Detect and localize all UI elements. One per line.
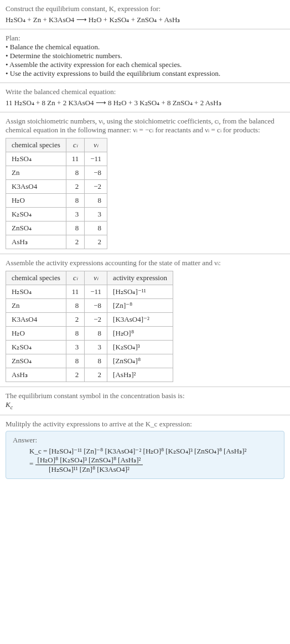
answer-label: Answer: (13, 436, 277, 445)
col-nu: νᵢ (85, 271, 107, 285)
table-header-row: chemical species cᵢ νᵢ activity expressi… (6, 271, 173, 285)
cell-c: 3 (66, 208, 85, 221)
answer-content: K_c = [H₂SO₄]⁻¹¹ [Zn]⁻⁸ [K3AsO4]⁻² [H₂O]… (13, 447, 277, 474)
cell-expr: [ZnSO₄]⁸ (107, 354, 173, 368)
answer-line1: K_c = [H₂SO₄]⁻¹¹ [Zn]⁻⁸ [K3AsO4]⁻² [H₂O]… (29, 447, 246, 455)
table-row: K₂SO₄33 (6, 208, 107, 221)
table-row: AsH₃22[AsH₃]² (6, 368, 173, 382)
cell-species: K₂SO₄ (6, 341, 66, 354)
table-row: H₂O88[H₂O]⁸ (6, 327, 173, 341)
cell-c: 11 (66, 285, 85, 299)
cell-expr: [H₂SO₄]⁻¹¹ (107, 285, 173, 299)
cell-c: 8 (66, 354, 85, 368)
cell-c: 2 (66, 313, 85, 327)
cell-c: 8 (66, 299, 85, 313)
answer-equals: = (29, 460, 35, 468)
cell-species: H₂O (6, 194, 66, 208)
cell-c: 11 (66, 152, 85, 166)
balanced-equation: 11 H₂SO₄ + 8 Zn + 2 K3AsO4 ⟶ 8 H₂O + 3 K… (6, 99, 284, 107)
plan-item: • Determine the stoichiometric numbers. (6, 51, 284, 60)
table-row: Zn8−8 (6, 166, 107, 180)
table-row: Zn8−8[Zn]⁻⁸ (6, 299, 173, 313)
cell-species: ZnSO₄ (6, 354, 66, 368)
cell-species: H₂O (6, 327, 66, 341)
cell-species: AsH₃ (6, 235, 66, 249)
construct-prompt: Construct the equilibrium constant, K, e… (6, 4, 284, 13)
cell-nu: −11 (85, 152, 107, 166)
cell-expr: [Zn]⁻⁸ (107, 299, 173, 313)
symbol-title: The equilibrium constant symbol in the c… (6, 391, 284, 400)
table-row: H₂SO₄11−11 (6, 152, 107, 166)
cell-c: 8 (66, 166, 85, 180)
cell-nu: −2 (85, 313, 107, 327)
stoich-title: Assign stoichiometric numbers, νᵢ, using… (6, 117, 284, 135)
multiply-title: Mulitply the activity expressions to arr… (6, 420, 284, 429)
balanced-title: Write the balanced chemical equation: (6, 87, 284, 96)
cell-nu: 8 (85, 354, 107, 368)
cell-c: 8 (66, 327, 85, 341)
cell-c: 2 (66, 368, 85, 382)
cell-nu: 8 (85, 194, 107, 208)
symbol-value: Kc (6, 400, 284, 410)
cell-nu: 8 (85, 327, 107, 341)
plan-item: • Balance the chemical equation. (6, 43, 284, 51)
cell-nu: −8 (85, 299, 107, 313)
cell-nu: 3 (85, 208, 107, 221)
table-row: H₂SO₄11−11[H₂SO₄]⁻¹¹ (6, 285, 173, 299)
cell-nu: −8 (85, 166, 107, 180)
cell-expr: [K3AsO4]⁻² (107, 313, 173, 327)
col-expr: activity expression (107, 271, 173, 285)
cell-species: K3AsO4 (6, 180, 66, 194)
cell-nu: 2 (85, 368, 107, 382)
cell-species: AsH₃ (6, 368, 66, 382)
cell-expr: [K₂SO₄]³ (107, 341, 173, 354)
col-species: chemical species (6, 271, 66, 285)
cell-c: 3 (66, 341, 85, 354)
cell-species: Zn (6, 166, 66, 180)
table-header-row: chemical species cᵢ νᵢ (6, 138, 107, 152)
cell-species: ZnSO₄ (6, 221, 66, 235)
fraction-denominator: [H₂SO₄]¹¹ [Zn]⁸ [K3AsO4]² (35, 465, 143, 474)
stoich-section: Assign stoichiometric numbers, νᵢ, using… (0, 112, 290, 254)
plan-item: • Use the activity expressions to build … (6, 69, 284, 78)
symbol-section: The equilibrium constant symbol in the c… (0, 387, 290, 415)
cell-species: H₂SO₄ (6, 152, 66, 166)
cell-c: 8 (66, 194, 85, 208)
plan-section: Plan: • Balance the chemical equation. •… (0, 29, 290, 83)
answer-fraction: [H₂O]⁸ [K₂SO₄]³ [ZnSO₄]⁸ [AsH₃]² [H₂SO₄]… (35, 456, 143, 474)
cell-c: 2 (66, 180, 85, 194)
table-row: K3AsO42−2 (6, 180, 107, 194)
cell-nu: 8 (85, 221, 107, 235)
multiply-section: Mulitply the activity expressions to arr… (0, 415, 290, 483)
col-nu: νᵢ (85, 138, 107, 152)
cell-nu: 3 (85, 341, 107, 354)
table-row: AsH₃22 (6, 235, 107, 249)
cell-c: 2 (66, 235, 85, 249)
unbalanced-equation: H₂SO₄ + Zn + K3AsO4 ⟶ H₂O + K₂SO₄ + ZnSO… (6, 16, 284, 24)
cell-species: K₂SO₄ (6, 208, 66, 221)
cell-expr: [AsH₃]² (107, 368, 173, 382)
plan-item: • Assemble the activity expression for e… (6, 60, 284, 69)
table-row: ZnSO₄88[ZnSO₄]⁸ (6, 354, 173, 368)
plan-title: Plan: (6, 34, 284, 43)
cell-species: K3AsO4 (6, 313, 66, 327)
col-species: chemical species (6, 138, 66, 152)
fraction-numerator: [H₂O]⁸ [K₂SO₄]³ [ZnSO₄]⁸ [AsH₃]² (35, 456, 143, 465)
table-row: H₂O88 (6, 194, 107, 208)
table-row: K3AsO42−2[K3AsO4]⁻² (6, 313, 173, 327)
cell-species: Zn (6, 299, 66, 313)
cell-nu: −11 (85, 285, 107, 299)
cell-expr: [H₂O]⁸ (107, 327, 173, 341)
col-c: cᵢ (66, 138, 85, 152)
table-row: ZnSO₄88 (6, 221, 107, 235)
cell-c: 8 (66, 221, 85, 235)
col-c: cᵢ (66, 271, 85, 285)
answer-box: Answer: K_c = [H₂SO₄]⁻¹¹ [Zn]⁻⁸ [K3AsO4]… (6, 431, 284, 479)
balanced-section: Write the balanced chemical equation: 11… (0, 83, 290, 112)
cell-nu: −2 (85, 180, 107, 194)
activity-table: chemical species cᵢ νᵢ activity expressi… (6, 271, 173, 382)
activity-section: Assemble the activity expressions accoun… (0, 254, 290, 387)
header-section: Construct the equilibrium constant, K, e… (0, 0, 290, 29)
table-row: K₂SO₄33[K₂SO₄]³ (6, 341, 173, 354)
stoich-table: chemical species cᵢ νᵢ H₂SO₄11−11 Zn8−8 … (6, 138, 107, 249)
